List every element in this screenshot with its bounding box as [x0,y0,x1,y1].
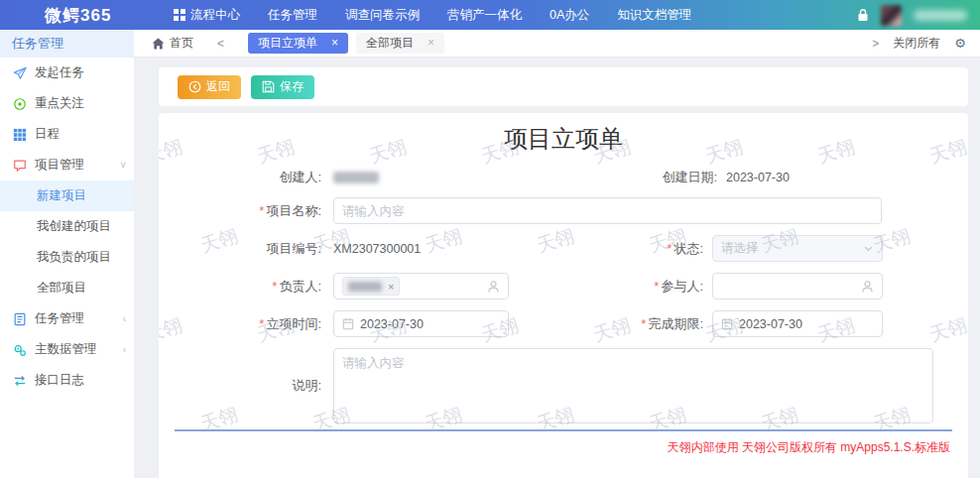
home-icon [152,38,165,50]
create-date-label: 创建日期: [655,169,717,186]
creator-value-blurred [333,172,379,183]
owner-picker[interactable]: × [333,273,509,299]
tabs-scroll-right[interactable]: > [872,37,879,51]
nav-item-task-mgmt[interactable]: 任务管理 [268,7,317,24]
sidebar-item-start-task[interactable]: 发起任务 [0,58,134,88]
person-icon [487,280,500,294]
calendar-icon [342,317,354,330]
sidebar-item-all-projects[interactable]: 全部项目 [0,273,134,303]
nav-item-oa-office[interactable]: 0A办公 [550,7,589,24]
sidebar-item-my-responsible-projects[interactable]: 我负责的项目 [0,242,134,273]
sidebar-item-master-data-mgmt[interactable]: 主数据管理 ‹ [0,334,134,365]
tab-all-projects[interactable]: 全部项目× [356,33,444,54]
form-title: 项目立项单 [175,123,952,155]
sidebar-item-key-focus[interactable]: 重点关注 [0,88,134,119]
sidebar-item-task-mgmt[interactable]: 任务管理 ‹ [0,303,134,334]
back-circle-icon [188,80,201,93]
calendar-grid-icon [13,128,27,142]
nav-item-knowledge-docs[interactable]: 知识文档管理 [617,7,691,24]
project-initiation-form: 天翎天翎天翎天翎天翎天翎天翎天翎天翎天翎天翎天翎天翎天翎天翎天翎天翎天翎天翎天翎… [159,113,968,478]
chevron-left-icon: ‹ [123,344,126,355]
participants-label: 参与人: [509,278,703,296]
owner-label: 负责人: [175,278,321,296]
nav-item-marketing[interactable]: 营销产一体化 [447,7,522,24]
person-icon [861,280,874,294]
owner-tag: × [342,277,400,296]
form-toolbar: 返回 保存 [159,67,968,106]
copyright-footer: 天翎内部使用 天翎公司版权所有 myApps5.1.S.标准版 [175,439,952,456]
document-icon [13,312,27,326]
save-floppy-icon [262,80,275,93]
content-area: 返回 保存 天翎天翎天翎天翎天翎天翎天翎天翎天翎天翎天翎天翎天翎天翎天翎天翎天翎… [134,58,980,478]
send-icon [13,66,27,80]
sidebar-item-schedule[interactable]: 日程 [0,119,134,150]
project-code-label: 项目编号: [175,240,321,258]
tabs-scroll-left[interactable]: < [217,37,224,51]
sidebar-header: 任务管理 [0,30,134,58]
user-avatar[interactable] [881,5,902,26]
nav-item-survey-demo[interactable]: 调查问卷示例 [345,7,420,24]
lock-icon[interactable] [857,8,869,22]
nav-item-label: 流程中心 [190,7,240,24]
create-date-value: 2023-07-30 [726,171,790,184]
sidebar-item-new-project[interactable]: 新建项目 [0,180,134,211]
sidebar-item-interface-log[interactable]: 接口日志 [0,365,134,396]
project-name-input[interactable] [333,197,882,224]
close-icon[interactable]: × [428,33,434,54]
gear-icon[interactable]: ⚙ [954,36,966,51]
start-date-input[interactable]: 2023-07-30 [333,310,509,337]
close-all-tabs-button[interactable]: 关闭所有 [893,35,940,52]
owner-name-blurred [348,282,382,292]
status-select[interactable]: 请选择 [712,235,883,262]
tag-remove-icon[interactable]: × [388,281,394,293]
sidebar-item-project-mgmt[interactable]: 项目管理 ˅ [0,150,134,180]
app-logo: 微鳄365 [45,4,162,27]
calendar-icon [721,317,733,330]
chevron-left-icon: ‹ [123,313,126,324]
back-button[interactable]: 返回 [178,75,241,99]
chevron-down-icon [863,243,874,254]
deadline-input[interactable]: 2023-07-30 [712,310,883,337]
focus-icon [13,97,27,111]
deadline-label: 完成期限: [509,315,703,333]
project-code-value: XM2307300001 [333,242,509,256]
swap-icon [13,374,27,388]
participants-picker[interactable] [712,273,883,299]
start-date-label: 立项时间: [175,315,321,333]
gears-icon [13,343,27,357]
creator-label: 创建人: [175,169,321,186]
form-bottom-divider [175,429,952,431]
description-label: 说明: [175,377,321,395]
close-icon[interactable]: × [331,33,338,54]
status-label: 状态: [509,240,703,258]
grid-icon [174,9,185,21]
tab-project-initiation[interactable]: 项目立项单× [248,33,348,54]
project-name-label: 项目名称: [175,202,321,220]
chevron-down-icon: ˅ [120,160,126,171]
user-name-blurred [914,10,967,21]
nav-item-process-center[interactable]: 流程中心 [174,7,240,24]
save-button[interactable]: 保存 [251,75,314,99]
top-navbar: 微鳄365 流程中心 任务管理 调查问卷示例 营销产一体化 0A办公 知识文档管… [0,0,980,30]
chat-icon [13,159,27,173]
sidebar: 任务管理 发起任务 重点关注 日程 项目管理 ˅ 新建项目 [0,30,134,478]
sidebar-item-my-created-projects[interactable]: 我创建的项目 [0,211,134,242]
top-menu: 流程中心 任务管理 调查问卷示例 营销产一体化 0A办公 知识文档管理 [174,7,691,24]
tab-bar: 首页 < 项目立项单× 全部项目× > 关闭所有 ⚙ [134,30,980,58]
tab-home[interactable]: 首页 [152,35,193,52]
description-textarea[interactable] [333,348,933,423]
